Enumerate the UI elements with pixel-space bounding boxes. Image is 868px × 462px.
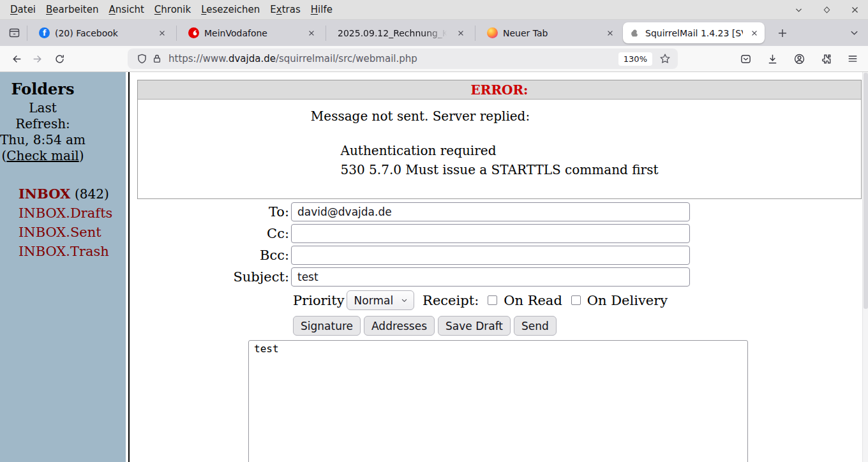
save-draft-button[interactable]: Save Draft	[438, 316, 511, 336]
tab-close-button[interactable]	[748, 27, 761, 40]
to-input[interactable]	[291, 202, 690, 221]
toolbar-right-icons	[737, 50, 862, 68]
cc-input[interactable]	[291, 224, 690, 243]
forward-button[interactable]	[28, 49, 47, 68]
addresses-button[interactable]: Addresses	[364, 316, 435, 336]
receipt-label: Receipt:	[423, 293, 479, 308]
scrollbar-thumb[interactable]	[864, 73, 868, 309]
folder-link-inbox[interactable]: INBOX	[19, 186, 70, 202]
signature-button[interactable]: Signature	[293, 316, 361, 336]
window-minimize-button[interactable]	[794, 6, 803, 15]
bcc-row: Bcc:	[132, 246, 868, 265]
pocket-save-button[interactable]	[737, 50, 754, 68]
paren-close: )	[79, 148, 84, 163]
menu-datei[interactable]: Datei	[5, 0, 41, 20]
downloads-button[interactable]	[763, 50, 781, 68]
zoom-level-badge[interactable]: 130%	[618, 52, 652, 66]
close-icon	[851, 6, 859, 14]
extensions-button[interactable]	[817, 50, 835, 68]
tab-title: SquirrelMail 1.4.23 [SVN]	[645, 28, 743, 38]
to-row: To:	[132, 202, 868, 221]
check-mail-link[interactable]: Check mail	[6, 148, 79, 163]
folders-title: Folders	[0, 81, 86, 97]
subject-input[interactable]	[291, 267, 690, 287]
window-close-button[interactable]	[850, 6, 859, 15]
shield-icon[interactable]	[134, 51, 149, 66]
close-icon	[751, 29, 758, 37]
error-header: ERROR:	[138, 80, 861, 100]
cc-row: Cc:	[132, 224, 868, 243]
message-body-textarea[interactable]: test	[248, 340, 748, 462]
new-tab-button[interactable]	[772, 23, 793, 43]
folder-list: INBOX (842) INBOX.Drafts INBOX.Sent INBO…	[0, 184, 126, 261]
priority-receipt-row: Priority Normal Receipt: On Read On Deli…	[293, 290, 868, 310]
tab-title: Neuer Tab	[503, 28, 599, 38]
app-menu-button[interactable]	[844, 50, 862, 68]
tab-meinvodafone[interactable]: MeinVodafone	[179, 20, 323, 46]
menu-chronik[interactable]: Chronik	[149, 0, 196, 20]
subject-row: Subject:	[132, 267, 868, 287]
folder-link-drafts[interactable]: INBOX.Drafts	[19, 205, 112, 221]
url-display[interactable]: https://www.dvajda.de/squirrelmail/src/w…	[168, 53, 618, 64]
lock-icon[interactable]	[149, 51, 165, 66]
back-arrow-icon	[11, 54, 22, 64]
url-bar[interactable]: https://www.dvajda.de/squirrelmail/src/w…	[128, 48, 678, 69]
sidebar-header: Folders Last Refresh: Thu, 8:54 am (Chec…	[0, 81, 86, 164]
tab-bar: (20) Facebook MeinVodafone 2025.09.12_Re…	[0, 20, 868, 46]
menu-hilfe[interactable]: Hilfe	[306, 0, 338, 20]
url-prefix: https://www.	[168, 53, 228, 64]
tab-squirrelmail-active[interactable]: SquirrelMail 1.4.23 [SVN]	[623, 22, 765, 43]
window-controls	[794, 0, 859, 20]
menu-ansicht[interactable]: Ansicht	[103, 0, 149, 20]
compose-frame: ERROR: Message not sent. Server replied:…	[132, 72, 868, 462]
back-button[interactable]	[6, 49, 26, 68]
priority-select[interactable]: Normal	[347, 290, 415, 310]
receipt-on-delivery-checkbox[interactable]	[571, 295, 581, 305]
menu-lesezeichen[interactable]: Lesezeichen	[196, 0, 265, 20]
bcc-label: Bcc:	[132, 248, 291, 263]
page-scrollbar[interactable]	[862, 72, 868, 462]
tab-title: MeinVodafone	[204, 28, 300, 38]
tab-separator	[27, 26, 27, 41]
tab-rechnung-pdf[interactable]: 2025.09.12_Rechnung_Kunden	[329, 20, 472, 46]
server-reply-line2: 530 5.7.0 Must issue a STARTTLS command …	[341, 160, 659, 179]
folder-row-trash: INBOX.Trash	[19, 242, 126, 261]
reload-button[interactable]	[50, 49, 69, 68]
receipt-on-read-checkbox[interactable]	[488, 295, 497, 305]
send-button[interactable]: Send	[514, 316, 557, 336]
check-mail-line: (Check mail)	[0, 148, 86, 164]
folder-link-sent[interactable]: INBOX.Sent	[19, 225, 101, 240]
close-icon	[457, 29, 465, 37]
folder-unread-count: (842)	[75, 186, 109, 202]
chevron-down-icon	[401, 297, 408, 304]
menubar: Datei Bearbeiten Ansicht Chronik Lesezei…	[0, 0, 868, 20]
tab-facebook[interactable]: (20) Facebook	[30, 20, 174, 46]
tab-separator	[475, 26, 475, 41]
tab-close-button[interactable]	[305, 27, 318, 40]
bookmark-star-button[interactable]	[657, 51, 673, 66]
tab-separator	[326, 26, 326, 41]
tab-neuer-tab[interactable]: Neuer Tab	[478, 20, 622, 46]
tab-close-button[interactable]	[454, 27, 467, 40]
list-all-tabs-button[interactable]	[844, 23, 864, 43]
folder-row-inbox: INBOX (842)	[19, 184, 126, 204]
bcc-input[interactable]	[291, 246, 690, 265]
tab-close-button[interactable]	[604, 27, 617, 40]
facebook-icon	[39, 27, 50, 38]
account-button[interactable]	[790, 50, 808, 68]
window-maximize-button[interactable]	[822, 6, 831, 15]
firefox-view-button[interactable]	[4, 23, 24, 43]
close-icon	[606, 29, 614, 37]
folder-link-trash[interactable]: INBOX.Trash	[19, 244, 109, 259]
url-domain: dvajda.de	[228, 53, 276, 64]
tab-close-button[interactable]	[156, 27, 168, 40]
menu-bearbeiten[interactable]: Bearbeiten	[41, 0, 103, 20]
frame-divider[interactable]	[128, 72, 130, 462]
folder-row-drafts: INBOX.Drafts	[19, 204, 126, 223]
server-reply-wrap: Authentication required 530 5.7.0 Must i…	[138, 141, 861, 179]
tab-title: (20) Facebook	[55, 28, 151, 38]
tab-separator	[176, 26, 177, 41]
error-body: Message not sent. Server replied: Authen…	[138, 100, 861, 198]
menu-extras[interactable]: Extras	[265, 0, 305, 20]
account-icon	[793, 53, 805, 65]
